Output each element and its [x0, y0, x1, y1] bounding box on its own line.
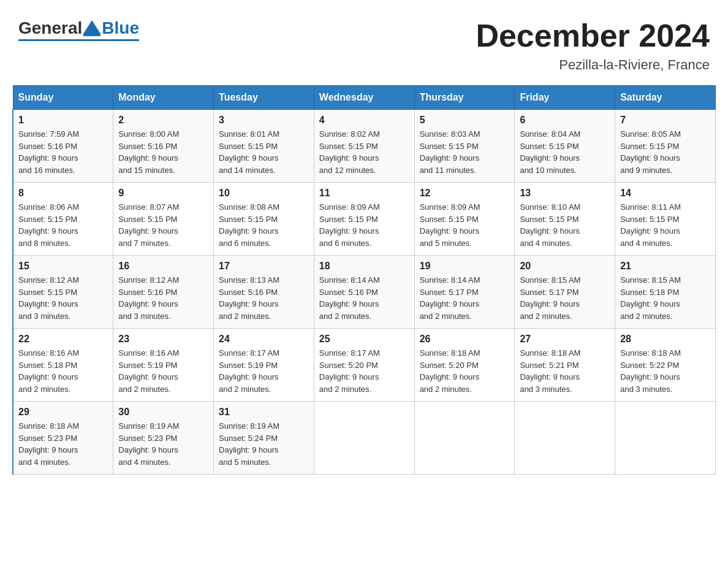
day-info: Sunrise: 8:17 AMSunset: 5:19 PMDaylight:…: [219, 348, 279, 394]
day-info: Sunrise: 8:16 AMSunset: 5:18 PMDaylight:…: [18, 348, 79, 394]
day-number: 2: [118, 115, 208, 126]
calendar-cell: 5 Sunrise: 8:03 AMSunset: 5:15 PMDayligh…: [414, 110, 515, 183]
calendar-cell: 21 Sunrise: 8:15 AMSunset: 5:18 PMDaylig…: [615, 256, 716, 329]
calendar-header-friday: Friday: [515, 86, 615, 110]
calendar-cell: 18 Sunrise: 8:14 AMSunset: 5:16 PMDaylig…: [314, 256, 414, 329]
day-number: 4: [319, 115, 409, 126]
day-info: Sunrise: 8:14 AMSunset: 5:16 PMDaylight:…: [319, 275, 380, 321]
day-number: 3: [219, 115, 309, 126]
day-info: Sunrise: 8:16 AMSunset: 5:19 PMDaylight:…: [118, 348, 179, 394]
day-info: Sunrise: 8:06 AMSunset: 5:15 PMDaylight:…: [18, 202, 79, 248]
calendar-cell: 30 Sunrise: 8:19 AMSunset: 5:23 PMDaylig…: [113, 402, 214, 475]
calendar-cell: 10 Sunrise: 8:08 AMSunset: 5:15 PMDaylig…: [214, 183, 314, 256]
day-info: Sunrise: 8:09 AMSunset: 5:15 PMDaylight:…: [319, 202, 380, 248]
calendar-cell: 17 Sunrise: 8:13 AMSunset: 5:16 PMDaylig…: [214, 256, 314, 329]
day-number: 31: [219, 407, 309, 418]
day-number: 20: [520, 261, 610, 272]
day-number: 9: [118, 188, 208, 199]
calendar-cell: [314, 402, 414, 475]
calendar-cell: [515, 402, 615, 475]
day-info: Sunrise: 8:14 AMSunset: 5:17 PMDaylight:…: [420, 275, 480, 321]
calendar-cell: 26 Sunrise: 8:18 AMSunset: 5:20 PMDaylig…: [414, 329, 515, 402]
logo: General Blue: [18, 18, 139, 41]
day-info: Sunrise: 8:04 AMSunset: 5:15 PMDaylight:…: [520, 129, 580, 175]
calendar-header-monday: Monday: [113, 86, 214, 110]
day-number: 21: [620, 261, 710, 272]
day-number: 16: [118, 261, 208, 272]
calendar-cell: 13 Sunrise: 8:10 AMSunset: 5:15 PMDaylig…: [515, 183, 615, 256]
logo-blue-text: Blue: [102, 18, 139, 38]
day-number: 28: [620, 334, 710, 345]
calendar-cell: 29 Sunrise: 8:18 AMSunset: 5:23 PMDaylig…: [13, 402, 113, 475]
calendar-cell: 31 Sunrise: 8:19 AMSunset: 5:24 PMDaylig…: [214, 402, 314, 475]
calendar-cell: 4 Sunrise: 8:02 AMSunset: 5:15 PMDayligh…: [314, 110, 414, 183]
calendar-cell: 8 Sunrise: 8:06 AMSunset: 5:15 PMDayligh…: [13, 183, 113, 256]
day-info: Sunrise: 8:13 AMSunset: 5:16 PMDaylight:…: [219, 275, 279, 321]
calendar-header-row: SundayMondayTuesdayWednesdayThursdayFrid…: [13, 86, 716, 110]
calendar-cell: 27 Sunrise: 8:18 AMSunset: 5:21 PMDaylig…: [515, 329, 615, 402]
calendar-header-tuesday: Tuesday: [214, 86, 314, 110]
day-number: 7: [620, 115, 710, 126]
page-header: General Blue December 2024 Pezilla-la-Ri…: [12, 12, 716, 73]
day-info: Sunrise: 8:18 AMSunset: 5:20 PMDaylight:…: [420, 348, 480, 394]
calendar-cell: [615, 402, 716, 475]
calendar-cell: 23 Sunrise: 8:16 AMSunset: 5:19 PMDaylig…: [113, 329, 214, 402]
day-number: 23: [118, 334, 208, 345]
day-number: 25: [319, 334, 409, 345]
day-number: 24: [219, 334, 309, 345]
day-number: 22: [18, 334, 108, 345]
day-number: 17: [219, 261, 309, 272]
day-info: Sunrise: 8:08 AMSunset: 5:15 PMDaylight:…: [219, 202, 279, 248]
day-info: Sunrise: 8:17 AMSunset: 5:20 PMDaylight:…: [319, 348, 380, 394]
day-info: Sunrise: 8:05 AMSunset: 5:15 PMDaylight:…: [620, 129, 681, 175]
calendar-week-row: 29 Sunrise: 8:18 AMSunset: 5:23 PMDaylig…: [13, 402, 716, 475]
day-info: Sunrise: 8:03 AMSunset: 5:15 PMDaylight:…: [420, 129, 480, 175]
day-info: Sunrise: 8:00 AMSunset: 5:16 PMDaylight:…: [118, 129, 179, 175]
calendar-header-saturday: Saturday: [615, 86, 716, 110]
day-number: 8: [18, 188, 108, 199]
calendar-header-sunday: Sunday: [13, 86, 113, 110]
day-number: 29: [18, 407, 108, 418]
day-info: Sunrise: 8:15 AMSunset: 5:17 PMDaylight:…: [520, 275, 580, 321]
day-number: 18: [319, 261, 409, 272]
day-info: Sunrise: 8:12 AMSunset: 5:16 PMDaylight:…: [118, 275, 179, 321]
logo-triangle-icon: [83, 20, 100, 36]
day-info: Sunrise: 8:18 AMSunset: 5:22 PMDaylight:…: [620, 348, 681, 394]
day-info: Sunrise: 8:10 AMSunset: 5:15 PMDaylight:…: [520, 202, 580, 248]
calendar-cell: 15 Sunrise: 8:12 AMSunset: 5:15 PMDaylig…: [13, 256, 113, 329]
day-number: 13: [520, 188, 610, 199]
day-info: Sunrise: 8:18 AMSunset: 5:23 PMDaylight:…: [18, 421, 79, 467]
calendar-subtitle: Pezilla-la-Riviere, France: [476, 57, 710, 73]
day-number: 30: [118, 407, 208, 418]
day-info: Sunrise: 8:07 AMSunset: 5:15 PMDaylight:…: [118, 202, 179, 248]
day-info: Sunrise: 7:59 AMSunset: 5:16 PMDaylight:…: [18, 129, 79, 175]
calendar-cell: 6 Sunrise: 8:04 AMSunset: 5:15 PMDayligh…: [515, 110, 615, 183]
calendar-cell: 7 Sunrise: 8:05 AMSunset: 5:15 PMDayligh…: [615, 110, 716, 183]
calendar-week-row: 22 Sunrise: 8:16 AMSunset: 5:18 PMDaylig…: [13, 329, 716, 402]
calendar-cell: 9 Sunrise: 8:07 AMSunset: 5:15 PMDayligh…: [113, 183, 214, 256]
day-number: 15: [18, 261, 108, 272]
calendar-cell: 24 Sunrise: 8:17 AMSunset: 5:19 PMDaylig…: [214, 329, 314, 402]
calendar-cell: 20 Sunrise: 8:15 AMSunset: 5:17 PMDaylig…: [515, 256, 615, 329]
calendar-cell: 11 Sunrise: 8:09 AMSunset: 5:15 PMDaylig…: [314, 183, 414, 256]
day-info: Sunrise: 8:11 AMSunset: 5:15 PMDaylight:…: [620, 202, 681, 248]
calendar-header-thursday: Thursday: [414, 86, 515, 110]
day-number: 5: [420, 115, 510, 126]
calendar-cell: 3 Sunrise: 8:01 AMSunset: 5:15 PMDayligh…: [214, 110, 314, 183]
day-number: 11: [319, 188, 409, 199]
calendar-week-row: 1 Sunrise: 7:59 AMSunset: 5:16 PMDayligh…: [13, 110, 716, 183]
day-number: 12: [420, 188, 510, 199]
day-info: Sunrise: 8:19 AMSunset: 5:23 PMDaylight:…: [118, 421, 179, 467]
day-info: Sunrise: 8:15 AMSunset: 5:18 PMDaylight:…: [620, 275, 681, 321]
day-number: 6: [520, 115, 610, 126]
calendar-cell: 1 Sunrise: 7:59 AMSunset: 5:16 PMDayligh…: [13, 110, 113, 183]
day-info: Sunrise: 8:09 AMSunset: 5:15 PMDaylight:…: [420, 202, 480, 248]
logo-general-text: General: [18, 18, 82, 38]
calendar-cell: 14 Sunrise: 8:11 AMSunset: 5:15 PMDaylig…: [615, 183, 716, 256]
day-info: Sunrise: 8:18 AMSunset: 5:21 PMDaylight:…: [520, 348, 580, 394]
calendar-cell: 2 Sunrise: 8:00 AMSunset: 5:16 PMDayligh…: [113, 110, 214, 183]
day-number: 26: [420, 334, 510, 345]
calendar-header-wednesday: Wednesday: [314, 86, 414, 110]
day-info: Sunrise: 8:01 AMSunset: 5:15 PMDaylight:…: [219, 129, 279, 175]
svg-marker-0: [83, 20, 100, 34]
